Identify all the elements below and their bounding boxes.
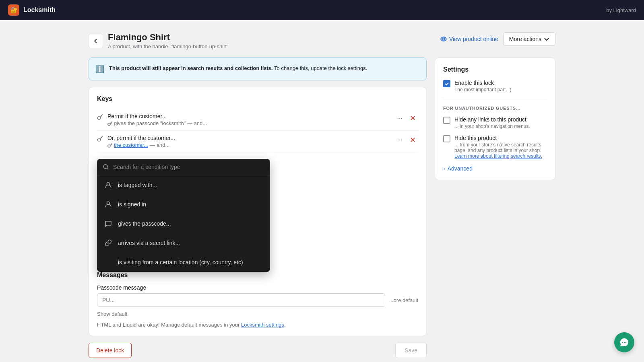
key-sub-icon-2 — [107, 143, 112, 148]
dropdown-label-3: gives the passcode... — [118, 220, 171, 227]
learn-more-link[interactable]: Learn more about filtering search result… — [454, 153, 542, 159]
keys-card-body: Keys Permit if the customer... — [89, 87, 426, 336]
page-title-group: Flamingo Shirt A product, with the handl… — [108, 32, 229, 49]
chat-icon — [103, 219, 113, 228]
hide-links-label: Hide any links to this product — [454, 116, 530, 123]
keys-card: Keys Permit if the customer... — [89, 87, 427, 336]
hide-product-desc: ... from your store's native search resu… — [454, 142, 547, 159]
key-sublabel-2: the customer... — and... — [107, 142, 175, 148]
key-row-left: Permit if the customer... gives the pass… — [97, 113, 395, 126]
key-text-group: Permit if the customer... gives the pass… — [107, 113, 207, 126]
passcode-message-label: Passcode message — [97, 284, 418, 291]
layout: ℹ️ This product will still appear in sea… — [89, 58, 555, 362]
info-banner: ℹ️ This product will still appear in sea… — [89, 58, 427, 80]
key-row: Permit if the customer... gives the pass… — [97, 109, 418, 131]
advanced-label: Advanced — [448, 165, 473, 172]
messages-title: Messages — [97, 272, 418, 279]
dropdown-label-1: is tagged with... — [118, 182, 157, 188]
settings-card: Settings Enable this lock The most impor… — [435, 58, 555, 180]
dropdown-label-5: is visiting from a certain location (cit… — [118, 259, 243, 265]
key-delete-button[interactable]: ✕ — [407, 113, 418, 123]
enable-lock-desc: The most important part. :) — [454, 87, 511, 93]
key-link[interactable]: the customer... — [114, 142, 148, 148]
enable-lock-row: Enable this lock The most important part… — [443, 80, 547, 93]
checkmark-icon — [444, 81, 449, 86]
delete-lock-button[interactable]: Delete lock — [89, 343, 132, 358]
passcode-message-input[interactable] — [97, 293, 385, 307]
hide-product-checkbox[interactable] — [443, 135, 450, 142]
keys-title: Keys — [97, 95, 418, 103]
more-actions-button[interactable]: More actions — [503, 32, 555, 46]
page-header: Flamingo Shirt A product, with the handl… — [89, 32, 555, 49]
locksmith-settings-link[interactable]: Locksmith settings — [241, 322, 284, 328]
back-button[interactable] — [89, 34, 103, 48]
default-label: ...ore default — [389, 297, 418, 303]
dropdown-item-location[interactable]: is visiting from a certain location (cit… — [97, 253, 270, 272]
settings-body: Settings Enable this lock The most impor… — [435, 58, 555, 180]
key-text-group-2: Or, permit if the customer... the custom… — [107, 135, 175, 148]
main-content: Flamingo Shirt A product, with the handl… — [80, 20, 564, 362]
hide-product-text: Hide this product ... from your store's … — [454, 135, 547, 159]
bottom-actions: Delete lock Save — [89, 343, 427, 362]
link-icon — [103, 238, 113, 248]
key-sublabel: gives the passcode "locksmith" — and... — [107, 120, 207, 126]
view-product-online-button[interactable]: View product online — [440, 36, 498, 42]
show-default: Show default — [97, 311, 418, 317]
topbar: 🔐 Locksmith by Lightward — [0, 0, 644, 20]
save-button[interactable]: Save — [395, 343, 427, 358]
settings-divider — [443, 99, 547, 99]
enable-lock-checkbox[interactable] — [443, 80, 450, 87]
key-actions: ··· ✕ — [395, 113, 418, 123]
key-label: Permit if the customer... — [107, 113, 207, 119]
html-note: HTML and Liquid are okay! Manage default… — [97, 322, 418, 328]
topbar-left: 🔐 Locksmith — [8, 4, 56, 16]
page-subtitle: A product, with the handle "flamingo-but… — [108, 43, 229, 49]
dropdown-item-passcode[interactable]: gives the passcode... — [97, 214, 270, 233]
hide-links-checkbox[interactable] — [443, 117, 450, 124]
hide-links-row: Hide any links to this product ... in yo… — [443, 116, 547, 129]
key-sub-icon — [107, 121, 112, 126]
key-icon-2 — [97, 136, 103, 144]
topbar-brand: by Lightward — [606, 7, 636, 13]
chat-button[interactable] — [614, 332, 634, 352]
search-icon — [103, 164, 109, 170]
app-name: Locksmith — [23, 6, 56, 14]
page-header-left: Flamingo Shirt A product, with the handl… — [89, 32, 229, 49]
dropdown-label-4: arrives via a secret link... — [118, 240, 180, 246]
hide-product-label: Hide this product — [454, 135, 547, 141]
key-more-button-2[interactable]: ··· — [395, 136, 405, 144]
left-column: ℹ️ This product will still appear in sea… — [89, 58, 427, 362]
dropdown-item-secret-link[interactable]: arrives via a secret link... — [97, 233, 270, 253]
location-icon — [103, 257, 113, 267]
dropdown-item-signed-in[interactable]: is signed in — [97, 195, 270, 214]
app-logo: 🔐 — [8, 4, 19, 16]
message-row: ...ore default — [97, 293, 418, 307]
key-label-2: Or, permit if the customer... — [107, 135, 175, 141]
info-banner-text: This product will still appear in search… — [109, 64, 367, 74]
key-row-left-2: Or, permit if the customer... the custom… — [97, 135, 395, 148]
search-input-row — [97, 159, 270, 175]
dropdown-label-2: is signed in — [118, 201, 146, 208]
person-icon-1 — [103, 180, 113, 190]
svg-point-3 — [97, 138, 100, 141]
search-input[interactable] — [113, 164, 264, 170]
hide-links-text: Hide any links to this product ... in yo… — [454, 116, 530, 129]
key-actions-2: ··· ✕ — [395, 135, 418, 145]
page-header-actions: View product online More actions — [440, 32, 555, 46]
svg-point-0 — [442, 38, 444, 40]
person-icon-2 — [103, 200, 113, 209]
svg-point-1 — [97, 117, 100, 119]
search-area: is tagged with... is signed in — [97, 159, 418, 268]
key-more-button[interactable]: ··· — [395, 114, 405, 123]
enable-lock-label: Enable this lock — [454, 80, 511, 86]
hide-product-row: Hide this product ... from your store's … — [443, 135, 547, 159]
key-delete-button-2[interactable]: ✕ — [407, 135, 418, 145]
right-column: Settings Enable this lock The most impor… — [435, 58, 555, 362]
info-icon: ℹ️ — [95, 65, 104, 74]
dropdown-item-tagged[interactable]: is tagged with... — [97, 175, 270, 195]
advanced-row[interactable]: › Advanced — [443, 165, 547, 172]
hide-links-desc: ... in your shop's navigation menus. — [454, 123, 530, 129]
chevron-down-icon — [544, 36, 549, 42]
enable-lock-text: Enable this lock The most important part… — [454, 80, 511, 93]
search-dropdown: is tagged with... is signed in — [97, 159, 270, 272]
